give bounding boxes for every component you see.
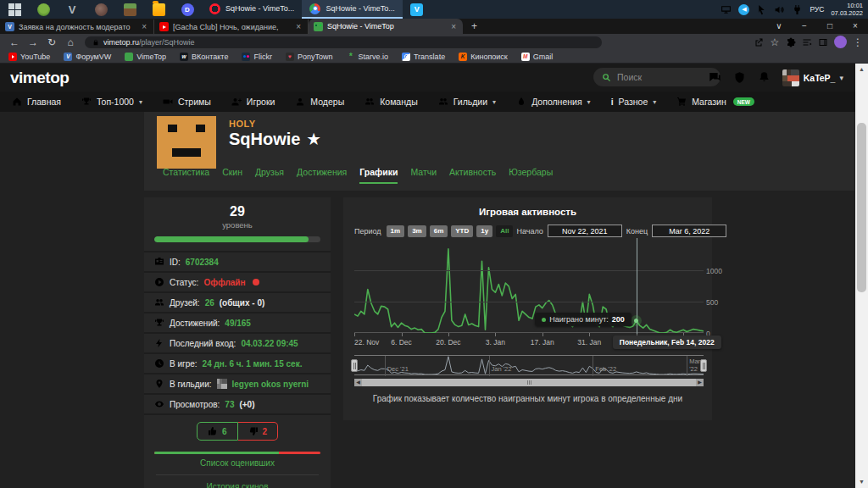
taskbar-app-v[interactable]: V [58, 0, 86, 19]
tab-friends[interactable]: Друзья [255, 167, 284, 184]
site-search[interactable] [593, 68, 721, 86]
home-icon[interactable]: ⌂ [63, 35, 78, 50]
activity-line-chart[interactable] [354, 246, 704, 333]
tab-statistics[interactable]: Статистика [163, 167, 209, 184]
link-skin-history[interactable]: История скинов [144, 478, 331, 488]
bookmark-flickr[interactable]: Flickr [242, 53, 272, 61]
side-panel-icon[interactable] [818, 37, 828, 47]
period-all-button[interactable]: All [496, 225, 513, 237]
link-raters-list[interactable]: Список оценивших [144, 454, 331, 472]
guild-link[interactable]: legyen okos nyerni [232, 380, 309, 389]
period-3m-button[interactable]: 3m [408, 225, 426, 237]
bookmark-starveio[interactable]: *Starve.io [346, 53, 388, 61]
back-icon[interactable]: ← [7, 35, 22, 50]
scroll-right-icon[interactable]: ▶ [696, 379, 704, 386]
taskbar-app-plant[interactable] [29, 0, 58, 19]
tab-graphs-active[interactable]: Графики [359, 167, 398, 184]
chart-scrollbar[interactable]: ◀ ▶ [354, 379, 704, 386]
messages-icon[interactable] [709, 71, 721, 84]
nav-item-addons[interactable]: Дополнения▾ [516, 97, 591, 107]
bookmark-translate[interactable]: GTranslate [402, 53, 445, 61]
dislike-button[interactable]: 2 [238, 422, 279, 441]
bookmark-youtube[interactable]: YouTube [8, 53, 50, 61]
browser-menu-icon[interactable]: ⋮ [853, 35, 861, 50]
tab-search-icon[interactable]: ∨ [766, 19, 792, 34]
taskbar-app-discord[interactable]: D [173, 0, 202, 19]
page-scrollbar[interactable]: ▲ ▼ [855, 64, 868, 488]
chart-navigator[interactable]: Dec '21Jan '22Feb '22Mar '22 [354, 355, 704, 375]
share-icon[interactable] [754, 37, 764, 47]
nav-item-top1000[interactable]: Топ-1000▾ [81, 97, 142, 107]
search-input[interactable] [617, 72, 702, 82]
nav-item-home[interactable]: Главная [12, 97, 61, 107]
extensions-puzzle-icon[interactable] [786, 37, 796, 47]
nav-item-misc[interactable]: iРазное▾ [611, 97, 657, 107]
browser-profile-avatar[interactable] [834, 36, 847, 48]
bookmark-star-icon[interactable]: ☆ [770, 35, 780, 50]
browser-tab-1[interactable]: [Gacha Club] Ночь, ожидание, × [154, 19, 309, 34]
browser-tab-0[interactable]: V Заявка на должность модерато × [0, 19, 154, 34]
taskbar-window-opera[interactable]: SqHowie - VimeTo... [202, 0, 302, 19]
navigator-right-handle[interactable] [700, 359, 707, 372]
window-close-button[interactable]: × [843, 19, 868, 34]
taskbar-app-minecraft[interactable] [115, 0, 144, 19]
start-date-input[interactable] [548, 225, 622, 237]
tab-skin[interactable]: Скин [222, 167, 242, 184]
bookmark-kinopoisk[interactable]: KКинопоиск [459, 53, 508, 61]
taskbar-clock[interactable]: 10:01 07.03.2022 [831, 2, 863, 18]
shield-icon[interactable] [733, 71, 746, 84]
taskbar-app-squirrel[interactable] [86, 0, 115, 19]
scrollbar-thumb[interactable] [857, 123, 866, 292]
reload-icon[interactable]: ↻ [44, 35, 59, 50]
taskbar-window-chrome[interactable]: SqHowie - VimeTo... [302, 0, 402, 19]
period-ytd-button[interactable]: YTD [451, 225, 473, 237]
nav-item-players[interactable]: Игроки [231, 97, 275, 107]
close-tab-icon[interactable]: × [140, 22, 148, 31]
nav-item-mods[interactable]: Модеры [295, 97, 344, 107]
scrollbar-grip[interactable] [522, 379, 536, 386]
scroll-left-icon[interactable]: ◀ [354, 379, 362, 386]
end-date-input[interactable] [652, 225, 726, 237]
language-indicator[interactable]: РУС [810, 5, 824, 14]
close-tab-icon[interactable]: × [449, 22, 458, 31]
forward-icon[interactable]: → [25, 35, 41, 50]
like-button[interactable]: 6 [197, 422, 238, 441]
tab-matches[interactable]: Матчи [410, 167, 437, 184]
nav-item-guilds[interactable]: Гильдии▾ [438, 97, 496, 107]
tab-userbars[interactable]: Юзербары [509, 167, 553, 184]
volume-tray-icon[interactable] [774, 4, 785, 15]
tab-achievements[interactable]: Достижения [297, 167, 347, 184]
period-1m-button[interactable]: 1m [387, 225, 405, 237]
nav-item-shop[interactable]: МагазинNEW [676, 97, 754, 107]
pointer-tray-icon[interactable] [756, 4, 767, 15]
bookmark-vimetop[interactable]: VimeTop [125, 53, 166, 61]
site-logo[interactable]: vimetop [10, 69, 69, 87]
close-tab-icon[interactable]: × [294, 22, 303, 31]
nav-item-streams[interactable]: Стримы [163, 97, 211, 107]
bookmark-gmail[interactable]: MGmail [521, 53, 554, 61]
bookmark-forumvw[interactable]: VФорумVW [64, 53, 111, 61]
display-tray-icon[interactable] [721, 4, 732, 15]
url-bar[interactable]: vimetop.ru/player/SqHowie [85, 36, 602, 48]
taskbar-app-files[interactable] [144, 0, 173, 19]
navigator-left-handle[interactable] [351, 359, 358, 372]
user-menu[interactable]: KaTeP_ ▾ [782, 69, 843, 86]
bookmark-ponytown[interactable]: ♥PonyTown [286, 53, 333, 61]
browser-tab-2-active[interactable]: SqHowie - VimeTop × [309, 19, 463, 34]
start-button[interactable] [0, 0, 29, 19]
usb-tray-icon[interactable] [792, 4, 803, 15]
telegram-tray-icon[interactable]: ◀ [738, 4, 749, 15]
tab-activity[interactable]: Активность [449, 167, 496, 184]
window-maximize-button[interactable]: □ [817, 19, 843, 34]
period-1y-button[interactable]: 1y [476, 225, 492, 237]
period-6m-button[interactable]: 6m [430, 225, 448, 237]
taskbar-app-vimeworld[interactable]: V [403, 0, 431, 19]
media-controls-icon[interactable] [802, 37, 812, 47]
scroll-down-icon[interactable]: ▼ [855, 476, 868, 488]
window-minimize-button[interactable]: − [792, 19, 817, 34]
new-tab-button[interactable]: + [471, 19, 477, 34]
bell-icon[interactable] [758, 71, 771, 84]
bookmark-vk[interactable]: wВКонтакте [180, 53, 228, 61]
scroll-up-icon[interactable]: ▲ [855, 64, 868, 75]
nav-item-teams[interactable]: Команды [364, 97, 418, 107]
